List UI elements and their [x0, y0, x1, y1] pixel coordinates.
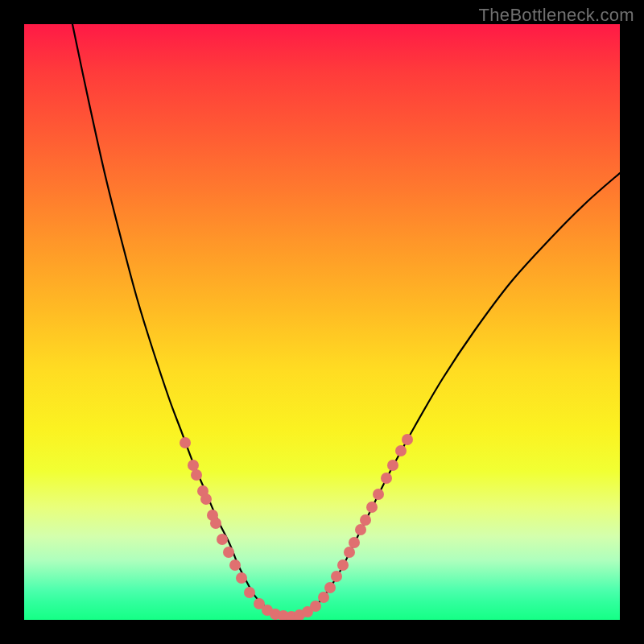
marker-dot	[223, 547, 234, 558]
marker-dot	[324, 582, 336, 593]
marker-dot	[210, 518, 221, 529]
marker-dot	[236, 572, 247, 584]
marker-dot	[217, 534, 228, 545]
bottleneck-curve	[72, 24, 620, 617]
marker-dot	[355, 524, 366, 535]
marker-dot	[200, 493, 212, 505]
watermark-text: TheBottleneck.com	[479, 5, 634, 26]
chart-stage: TheBottleneck.com	[0, 0, 644, 644]
marker-dot	[180, 437, 191, 448]
marker-dot	[229, 559, 241, 571]
marker-dot	[395, 445, 407, 456]
marker-dot	[360, 514, 371, 526]
marker-dot	[349, 537, 360, 548]
marker-dot	[191, 469, 202, 481]
plot-area	[24, 24, 620, 620]
marker-dot	[381, 473, 392, 484]
marker-dot	[402, 434, 413, 445]
marker-dot	[331, 571, 342, 582]
marker-dot	[188, 460, 199, 471]
marker-dot	[387, 460, 398, 471]
chart-svg	[24, 24, 620, 620]
marker-dot	[366, 502, 378, 513]
marker-group	[180, 434, 413, 620]
marker-dot	[344, 547, 355, 558]
marker-dot	[337, 559, 349, 571]
marker-dot	[373, 489, 384, 500]
marker-dot	[310, 601, 321, 612]
marker-dot	[318, 592, 329, 603]
curve-group	[72, 24, 620, 617]
marker-dot	[244, 587, 255, 598]
